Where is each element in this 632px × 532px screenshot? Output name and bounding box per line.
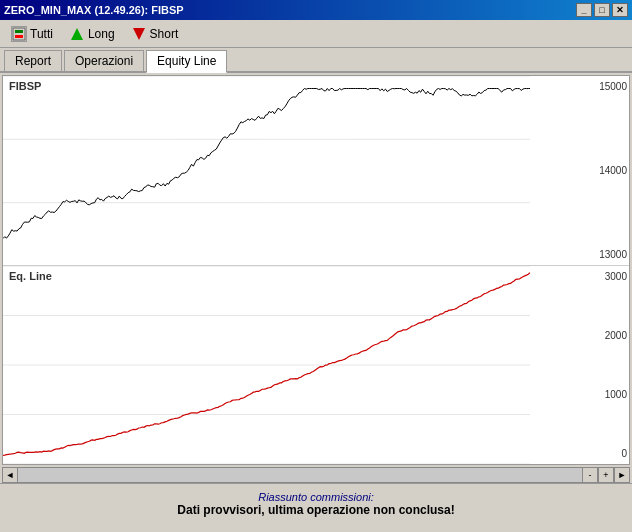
svg-rect-0 — [13, 28, 25, 40]
tab-report[interactable]: Report — [4, 50, 62, 71]
tab-bar: Report Operazioni Equity Line — [0, 48, 632, 73]
tutti-label: Tutti — [30, 27, 53, 41]
fibsp-y-max: 15000 — [586, 81, 627, 92]
window-controls: _ □ ✕ — [576, 3, 628, 17]
minimize-button[interactable]: _ — [576, 3, 592, 17]
fibsp-chart-label: FIBSP — [9, 80, 41, 92]
eq-y-mid1: 2000 — [586, 330, 627, 341]
fibsp-y-min: 13000 — [586, 249, 627, 260]
short-button[interactable]: Short — [124, 23, 186, 45]
long-label: Long — [88, 27, 115, 41]
status-line2: Dati provvisori, ultima operazione non c… — [177, 503, 454, 517]
svg-rect-2 — [15, 35, 23, 38]
horizontal-scrollbar: ◄ - + ► — [2, 467, 630, 483]
svg-marker-4 — [133, 28, 145, 40]
equity-line-chart: Eq. Line 3000 2000 1000 0 — [3, 266, 629, 464]
eq-y-axis: 3000 2000 1000 0 — [584, 266, 629, 464]
svg-marker-3 — [71, 28, 83, 40]
title-bar: ZERO_MIN_MAX (12.49.26): FIBSP _ □ ✕ — [0, 0, 632, 20]
scroll-left-button[interactable]: ◄ — [2, 467, 18, 483]
equity-canvas — [3, 266, 578, 464]
scroll-track[interactable] — [18, 467, 582, 483]
tab-operazioni[interactable]: Operazioni — [64, 50, 144, 71]
eq-y-mid2: 1000 — [586, 389, 627, 400]
tutti-icon — [11, 26, 27, 42]
close-button[interactable]: ✕ — [612, 3, 628, 17]
long-icon — [69, 26, 85, 42]
tab-equity-line[interactable]: Equity Line — [146, 50, 227, 73]
scroll-minus-button[interactable]: - — [582, 467, 598, 483]
scroll-right-button[interactable]: ► — [614, 467, 630, 483]
bottom-status-bar: Riassunto commissioni: Dati provvisori, … — [0, 483, 632, 523]
fibsp-y-axis: 15000 14000 13000 — [584, 76, 629, 265]
scroll-plus-button[interactable]: + — [598, 467, 614, 483]
maximize-button[interactable]: □ — [594, 3, 610, 17]
fibsp-y-mid1: 14000 — [586, 165, 627, 176]
short-label: Short — [150, 27, 179, 41]
window-title: ZERO_MIN_MAX (12.49.26): FIBSP — [4, 4, 184, 16]
fibsp-canvas — [3, 76, 578, 266]
eq-y-min: 0 — [586, 448, 627, 459]
fibsp-chart: FIBSP 15000 14000 13000 — [3, 76, 629, 266]
svg-rect-1 — [15, 30, 23, 33]
eq-y-max: 3000 — [586, 271, 627, 282]
chart-area: FIBSP 15000 14000 13000 Eq. Line 3000 20… — [2, 75, 630, 465]
toolbar: Tutti Long Short — [0, 20, 632, 48]
status-line1: Riassunto commissioni: — [258, 491, 374, 503]
long-button[interactable]: Long — [62, 23, 122, 45]
eq-line-label: Eq. Line — [9, 270, 52, 282]
tutti-button[interactable]: Tutti — [4, 23, 60, 45]
short-icon — [131, 26, 147, 42]
